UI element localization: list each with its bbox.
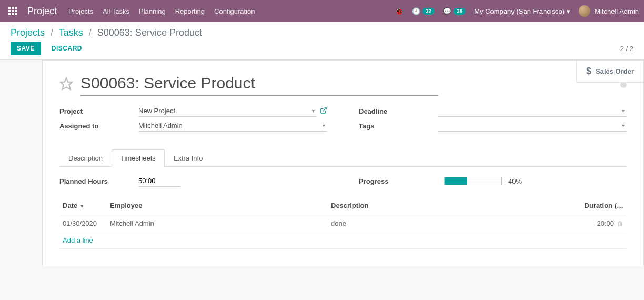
- form-sheet: $ Sales Order Project ▾: [42, 60, 644, 266]
- svg-rect-2: [15, 7, 17, 9]
- user-name: Mitchell Admin: [595, 7, 639, 15]
- chevron-down-icon: ▾: [567, 7, 570, 15]
- chevron-down-icon[interactable]: ▾: [620, 123, 627, 128]
- sales-order-stat-button[interactable]: $ Sales Order: [577, 61, 643, 82]
- save-button[interactable]: SAVE: [11, 42, 41, 55]
- tags-field[interactable]: ▾: [438, 120, 627, 132]
- menu-planning[interactable]: Planning: [139, 7, 166, 15]
- cell-employee[interactable]: Mitchell Admin: [107, 215, 328, 232]
- svg-rect-1: [12, 7, 14, 9]
- cell-description[interactable]: done: [328, 215, 564, 232]
- trash-icon[interactable]: 🗑: [617, 220, 623, 227]
- dollar-icon: $: [586, 66, 591, 77]
- svg-rect-3: [8, 10, 11, 12]
- svg-rect-8: [15, 13, 17, 15]
- tab-content-timesheets: Planned Hours Progress 40%: [59, 167, 627, 257]
- control-buttons: SAVE DISCARD 2 / 2: [11, 42, 633, 55]
- project-field[interactable]: ▾: [138, 105, 317, 117]
- tab-extra-info[interactable]: Extra Info: [165, 149, 212, 166]
- messages-button[interactable]: 💬 38: [443, 7, 466, 15]
- menu-all-tasks[interactable]: All Tasks: [103, 7, 129, 15]
- company-switcher[interactable]: My Company (San Francisco) ▾: [474, 7, 570, 15]
- assigned-field[interactable]: ▾: [138, 120, 327, 132]
- col-duration[interactable]: Duration (…: [564, 196, 627, 215]
- table-row[interactable]: 01/30/2020 Mitchell Admin done 20:00🗑: [59, 215, 627, 232]
- menu-configuration[interactable]: Configuration: [214, 7, 255, 15]
- bug-icon[interactable]: 🐞: [395, 7, 404, 15]
- breadcrumb-current: S00063: Service Product: [97, 27, 202, 38]
- navbar: Project Projects All Tasks Planning Repo…: [0, 0, 644, 22]
- svg-rect-0: [8, 7, 11, 9]
- clock-icon: 🕘: [412, 7, 420, 15]
- messages-count: 38: [454, 8, 466, 15]
- tags-label: Tags: [359, 122, 438, 130]
- breadcrumb-sep: /: [89, 27, 92, 38]
- svg-line-10: [323, 107, 326, 111]
- breadcrumb-sep: /: [51, 27, 53, 38]
- col-date[interactable]: Date▼: [59, 196, 107, 215]
- svg-rect-7: [12, 13, 14, 15]
- external-link-icon[interactable]: [320, 107, 327, 116]
- breadcrumb-tasks[interactable]: Tasks: [59, 27, 83, 38]
- tabs: Description Timesheets Extra Info: [59, 149, 627, 167]
- sort-desc-icon: ▼: [79, 204, 84, 209]
- activities-button[interactable]: 🕘 32: [412, 7, 435, 15]
- planned-hours-label: Planned Hours: [59, 177, 138, 185]
- planned-hours-input[interactable]: [138, 175, 180, 187]
- task-title-input[interactable]: [80, 73, 438, 96]
- pager[interactable]: 2 / 2: [620, 45, 633, 53]
- timesheet-table: Date▼ Employee Description Duration (… 0…: [59, 196, 627, 249]
- form-fields: Project ▾ Assigned to ▾: [59, 105, 627, 135]
- company-name: My Company (San Francisco): [474, 7, 565, 15]
- progress-fill: [445, 177, 467, 185]
- cell-date[interactable]: 01/30/2020: [59, 215, 107, 232]
- svg-rect-5: [15, 10, 17, 12]
- add-line-row: Add a line: [59, 232, 627, 249]
- progress-label: Progress: [359, 177, 438, 185]
- star-icon[interactable]: [59, 77, 73, 92]
- svg-rect-6: [8, 13, 11, 15]
- form-container: $ Sales Order Project ▾: [0, 60, 644, 277]
- assigned-input[interactable]: [138, 122, 320, 129]
- menu-projects[interactable]: Projects: [68, 7, 93, 15]
- chat-icon: 💬: [443, 7, 451, 15]
- menu-reporting[interactable]: Reporting: [175, 7, 205, 15]
- chevron-down-icon[interactable]: ▾: [310, 108, 317, 114]
- navbar-menu: Projects All Tasks Planning Reporting Co…: [68, 7, 255, 15]
- deadline-input[interactable]: [438, 107, 620, 115]
- user-menu[interactable]: Mitchell Admin: [579, 5, 639, 17]
- svg-marker-9: [61, 78, 72, 89]
- col-description[interactable]: Description: [328, 196, 564, 215]
- apps-icon[interactable]: [5, 7, 20, 15]
- tab-timesheets[interactable]: Timesheets: [112, 149, 165, 167]
- deadline-label: Deadline: [359, 107, 438, 115]
- col-employee[interactable]: Employee: [107, 196, 328, 215]
- avatar: [579, 5, 590, 17]
- control-panel: Projects / Tasks / S00063: Service Produ…: [0, 22, 644, 60]
- breadcrumb: Projects / Tasks / S00063: Service Produ…: [11, 27, 633, 38]
- tab-description[interactable]: Description: [59, 149, 112, 166]
- progress-bar: [444, 177, 502, 185]
- project-label: Project: [59, 107, 138, 115]
- title-row: [59, 73, 627, 96]
- tags-input[interactable]: [438, 122, 620, 129]
- chevron-down-icon[interactable]: ▾: [320, 123, 327, 128]
- button-box: $ Sales Order: [576, 61, 643, 83]
- deadline-field[interactable]: ▾: [438, 105, 627, 117]
- discard-button[interactable]: DISCARD: [45, 42, 88, 55]
- app-brand[interactable]: Project: [20, 6, 68, 17]
- progress-text: 40%: [508, 177, 522, 185]
- chevron-down-icon[interactable]: ▾: [620, 108, 627, 114]
- assigned-label: Assigned to: [59, 122, 138, 130]
- svg-rect-4: [12, 10, 14, 12]
- cell-duration[interactable]: 20:00🗑: [564, 215, 627, 232]
- stat-button-label: Sales Order: [596, 67, 634, 75]
- navbar-right: 🐞 🕘 32 💬 38 My Company (San Francisco) ▾…: [395, 5, 639, 17]
- breadcrumb-projects[interactable]: Projects: [11, 27, 45, 38]
- project-input[interactable]: [138, 107, 310, 115]
- table-header-row: Date▼ Employee Description Duration (…: [59, 196, 627, 215]
- add-line-link[interactable]: Add a line: [63, 236, 93, 244]
- activities-count: 32: [422, 8, 435, 15]
